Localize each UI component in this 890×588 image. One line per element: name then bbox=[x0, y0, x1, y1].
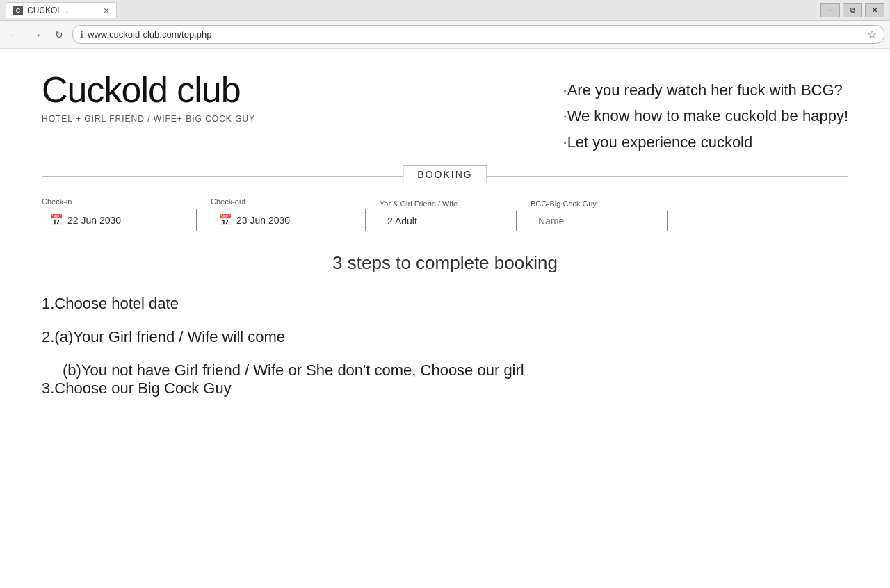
site-title: Cuckold club bbox=[42, 70, 255, 110]
page-content: Cuckold club HOTEL + GIRL FRIEND / WIFE+… bbox=[0, 49, 890, 434]
step-2a: 2.(a)Your Girl friend / Wife will come bbox=[42, 328, 848, 346]
tab-close-button[interactable]: × bbox=[104, 6, 109, 15]
taglines: ·Are you ready watch her fuck with BCG? … bbox=[563, 70, 848, 155]
logo-area: Cuckold club HOTEL + GIRL FRIEND / WIFE+… bbox=[42, 70, 255, 124]
booking-fields: Check-in 📅 Check-out 📅 Yor & Girl Friend… bbox=[42, 177, 848, 231]
restore-button[interactable]: ⧉ bbox=[843, 3, 862, 17]
tagline-1: ·Are you ready watch her fuck with BCG? bbox=[563, 77, 848, 103]
site-subtitle: HOTEL + GIRL FRIEND / WIFE+ BIG COCK GUY bbox=[42, 114, 255, 124]
step-2b: (b)You not have Girl friend / Wife or Sh… bbox=[42, 361, 848, 379]
checkout-date-input[interactable] bbox=[236, 215, 358, 226]
forward-button[interactable]: → bbox=[28, 26, 46, 44]
address-text: www.cuckold-club.com/top.php bbox=[88, 29, 863, 40]
bcg-name-input[interactable] bbox=[531, 211, 668, 231]
checkout-input[interactable]: 📅 bbox=[211, 209, 366, 231]
checkout-calendar-icon: 📅 bbox=[218, 213, 232, 227]
bcg-field-group: BCG-Big Cock Guy bbox=[531, 199, 668, 231]
guests-label: Yor & Girl Friend / Wife bbox=[380, 199, 517, 208]
booking-tab-label: BOOKING bbox=[403, 165, 487, 183]
tab-favicon: C bbox=[13, 6, 23, 15]
step-3: 3.Choose our Big Cock Guy bbox=[42, 379, 848, 398]
steps-section: 3 steps to complete booking 1.Choose hot… bbox=[42, 252, 848, 398]
guests-field-group: Yor & Girl Friend / Wife bbox=[380, 199, 517, 231]
tagline-2: ·We know how to make cuckold be happy! bbox=[563, 103, 848, 129]
security-icon: ℹ bbox=[80, 29, 83, 40]
checkin-label: Check-in bbox=[42, 197, 197, 206]
address-bar[interactable]: ℹ www.cuckold-club.com/top.php ☆ bbox=[72, 25, 884, 44]
browser-toolbar: ← → ↻ ℹ www.cuckold-club.com/top.php ☆ bbox=[0, 21, 890, 49]
bookmark-icon[interactable]: ☆ bbox=[867, 28, 877, 41]
checkout-label: Check-out bbox=[211, 197, 366, 206]
guests-input[interactable] bbox=[380, 211, 517, 231]
guests-value-input[interactable] bbox=[387, 215, 509, 227]
bcg-label: BCG-Big Cock Guy bbox=[531, 199, 668, 208]
checkin-field-group: Check-in 📅 bbox=[42, 197, 197, 231]
step-1: 1.Choose hotel date bbox=[42, 295, 848, 313]
booking-section: BOOKING Check-in 📅 Check-out 📅 Y bbox=[42, 176, 848, 231]
checkin-input[interactable]: 📅 bbox=[42, 209, 197, 231]
checkin-date-input[interactable] bbox=[67, 215, 189, 226]
title-bar: C CUCKOL... × ─ ⧉ ✕ bbox=[0, 0, 890, 21]
close-button[interactable]: ✕ bbox=[865, 3, 884, 17]
tagline-3: ·Let you experience cuckold bbox=[563, 129, 848, 155]
steps-heading: 3 steps to complete booking bbox=[42, 252, 848, 274]
tab-title: CUCKOL... bbox=[27, 6, 99, 15]
browser-chrome: C CUCKOL... × ─ ⧉ ✕ ← → ↻ ℹ www.cuckold-… bbox=[0, 0, 890, 49]
calendar-icon: 📅 bbox=[49, 213, 63, 227]
header-section: Cuckold club HOTEL + GIRL FRIEND / WIFE+… bbox=[42, 70, 848, 155]
window-controls: ─ ⧉ ✕ bbox=[820, 3, 884, 17]
refresh-button[interactable]: ↻ bbox=[50, 26, 68, 44]
checkout-field-group: Check-out 📅 bbox=[211, 197, 366, 231]
back-button[interactable]: ← bbox=[6, 26, 24, 44]
minimize-button[interactable]: ─ bbox=[820, 3, 840, 17]
browser-tab[interactable]: C CUCKOL... × bbox=[6, 2, 117, 18]
